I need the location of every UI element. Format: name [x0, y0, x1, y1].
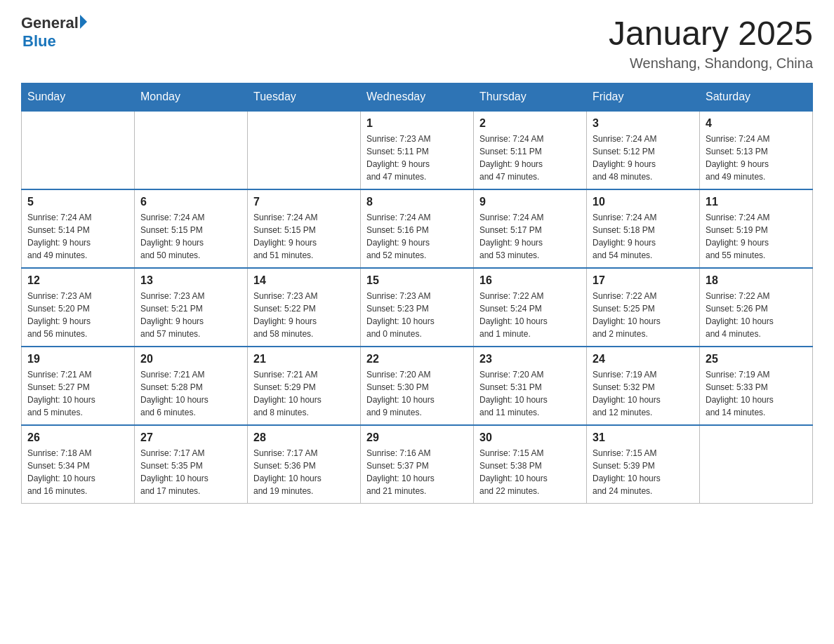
calendar-cell: 26Sunrise: 7:18 AMSunset: 5:34 PMDayligh…: [22, 425, 135, 504]
calendar-cell: 16Sunrise: 7:22 AMSunset: 5:24 PMDayligh…: [474, 268, 587, 347]
day-info: Sunrise: 7:21 AMSunset: 5:27 PMDaylight:…: [27, 368, 128, 419]
day-info: Sunrise: 7:24 AMSunset: 5:11 PMDaylight:…: [479, 133, 581, 183]
calendar-cell: 18Sunrise: 7:22 AMSunset: 5:26 PMDayligh…: [700, 268, 813, 347]
day-info: Sunrise: 7:17 AMSunset: 5:35 PMDaylight:…: [140, 447, 241, 497]
day-info: Sunrise: 7:23 AMSunset: 5:23 PMDaylight:…: [366, 290, 468, 340]
calendar-cell: 14Sunrise: 7:23 AMSunset: 5:22 PMDayligh…: [248, 268, 361, 347]
calendar-body: 1Sunrise: 7:23 AMSunset: 5:11 PMDaylight…: [22, 111, 813, 504]
day-number: 9: [479, 196, 581, 208]
day-info: Sunrise: 7:24 AMSunset: 5:14 PMDaylight:…: [27, 211, 128, 262]
day-number: 4: [706, 117, 807, 130]
logo: General Blue: [21, 14, 87, 51]
day-number: 12: [27, 274, 128, 287]
day-number: 16: [479, 274, 581, 287]
calendar-cell: 2Sunrise: 7:24 AMSunset: 5:11 PMDaylight…: [474, 111, 587, 189]
day-info: Sunrise: 7:15 AMSunset: 5:38 PMDaylight:…: [479, 447, 581, 497]
calendar-cell: 13Sunrise: 7:23 AMSunset: 5:21 PMDayligh…: [135, 268, 248, 347]
calendar-cell: 8Sunrise: 7:24 AMSunset: 5:16 PMDaylight…: [361, 189, 474, 268]
day-info: Sunrise: 7:18 AMSunset: 5:34 PMDaylight:…: [27, 447, 128, 497]
day-info: Sunrise: 7:21 AMSunset: 5:29 PMDaylight:…: [253, 368, 355, 419]
logo-text-general: General: [21, 14, 79, 32]
day-info: Sunrise: 7:20 AMSunset: 5:30 PMDaylight:…: [366, 368, 468, 419]
day-info: Sunrise: 7:24 AMSunset: 5:18 PMDaylight:…: [593, 211, 694, 262]
calendar-cell: 17Sunrise: 7:22 AMSunset: 5:25 PMDayligh…: [587, 268, 700, 347]
calendar-cell: 4Sunrise: 7:24 AMSunset: 5:13 PMDaylight…: [700, 111, 813, 189]
day-number: 22: [366, 353, 468, 365]
calendar-cell: 19Sunrise: 7:21 AMSunset: 5:27 PMDayligh…: [22, 347, 135, 425]
days-of-week-row: SundayMondayTuesdayWednesdayThursdayFrid…: [22, 83, 813, 112]
calendar-cell: 24Sunrise: 7:19 AMSunset: 5:32 PMDayligh…: [587, 347, 700, 425]
day-number: 29: [366, 431, 468, 444]
week-row-3: 12Sunrise: 7:23 AMSunset: 5:20 PMDayligh…: [22, 268, 813, 347]
calendar-cell: [135, 111, 248, 189]
day-info: Sunrise: 7:24 AMSunset: 5:19 PMDaylight:…: [706, 211, 807, 262]
calendar-cell: 3Sunrise: 7:24 AMSunset: 5:12 PMDaylight…: [587, 111, 700, 189]
day-number: 10: [593, 196, 694, 208]
day-number: 23: [479, 353, 581, 365]
calendar-cell: 27Sunrise: 7:17 AMSunset: 5:35 PMDayligh…: [135, 425, 248, 504]
day-number: 18: [706, 274, 807, 287]
calendar-cell: 28Sunrise: 7:17 AMSunset: 5:36 PMDayligh…: [248, 425, 361, 504]
day-info: Sunrise: 7:22 AMSunset: 5:25 PMDaylight:…: [593, 290, 694, 340]
calendar-cell: [248, 111, 361, 189]
week-row-5: 26Sunrise: 7:18 AMSunset: 5:34 PMDayligh…: [22, 425, 813, 504]
day-info: Sunrise: 7:23 AMSunset: 5:22 PMDaylight:…: [253, 290, 355, 340]
calendar-cell: 6Sunrise: 7:24 AMSunset: 5:15 PMDaylight…: [135, 189, 248, 268]
day-info: Sunrise: 7:24 AMSunset: 5:16 PMDaylight:…: [366, 211, 468, 262]
calendar-cell: 1Sunrise: 7:23 AMSunset: 5:11 PMDaylight…: [361, 111, 474, 189]
day-number: 13: [140, 274, 241, 287]
calendar-cell: [22, 111, 135, 189]
day-info: Sunrise: 7:16 AMSunset: 5:37 PMDaylight:…: [366, 447, 468, 497]
day-number: 3: [593, 117, 694, 130]
calendar-header: SundayMondayTuesdayWednesdayThursdayFrid…: [22, 83, 813, 112]
calendar-cell: 29Sunrise: 7:16 AMSunset: 5:37 PMDayligh…: [361, 425, 474, 504]
day-of-week-monday: Monday: [135, 83, 248, 112]
day-number: 8: [366, 196, 468, 208]
day-number: 26: [27, 431, 128, 444]
day-info: Sunrise: 7:15 AMSunset: 5:39 PMDaylight:…: [593, 447, 694, 497]
calendar-cell: 15Sunrise: 7:23 AMSunset: 5:23 PMDayligh…: [361, 268, 474, 347]
calendar-table: SundayMondayTuesdayWednesdayThursdayFrid…: [21, 83, 813, 504]
day-number: 20: [140, 353, 241, 365]
day-info: Sunrise: 7:19 AMSunset: 5:32 PMDaylight:…: [593, 368, 694, 419]
week-row-2: 5Sunrise: 7:24 AMSunset: 5:14 PMDaylight…: [22, 189, 813, 268]
calendar-cell: 9Sunrise: 7:24 AMSunset: 5:17 PMDaylight…: [474, 189, 587, 268]
calendar-cell: 11Sunrise: 7:24 AMSunset: 5:19 PMDayligh…: [700, 189, 813, 268]
day-of-week-saturday: Saturday: [700, 83, 813, 112]
day-info: Sunrise: 7:24 AMSunset: 5:13 PMDaylight:…: [706, 133, 807, 183]
page-header: General Blue January 2025 Wenshang, Shan…: [21, 14, 813, 72]
calendar-cell: 30Sunrise: 7:15 AMSunset: 5:38 PMDayligh…: [474, 425, 587, 504]
title-section: January 2025 Wenshang, Shandong, China: [609, 14, 813, 72]
calendar-cell: 21Sunrise: 7:21 AMSunset: 5:29 PMDayligh…: [248, 347, 361, 425]
day-number: 21: [253, 353, 355, 365]
day-info: Sunrise: 7:22 AMSunset: 5:26 PMDaylight:…: [706, 290, 807, 340]
calendar-cell: 31Sunrise: 7:15 AMSunset: 5:39 PMDayligh…: [587, 425, 700, 504]
day-info: Sunrise: 7:23 AMSunset: 5:11 PMDaylight:…: [366, 133, 468, 183]
calendar-cell: 5Sunrise: 7:24 AMSunset: 5:14 PMDaylight…: [22, 189, 135, 268]
calendar-cell: 25Sunrise: 7:19 AMSunset: 5:33 PMDayligh…: [700, 347, 813, 425]
logo-text-blue: Blue: [22, 32, 56, 51]
calendar-title: January 2025: [609, 14, 813, 53]
week-row-4: 19Sunrise: 7:21 AMSunset: 5:27 PMDayligh…: [22, 347, 813, 425]
day-number: 28: [253, 431, 355, 444]
day-info: Sunrise: 7:23 AMSunset: 5:20 PMDaylight:…: [27, 290, 128, 340]
day-info: Sunrise: 7:24 AMSunset: 5:15 PMDaylight:…: [253, 211, 355, 262]
calendar-subtitle: Wenshang, Shandong, China: [609, 55, 813, 72]
day-number: 2: [479, 117, 581, 130]
day-of-week-thursday: Thursday: [474, 83, 587, 112]
day-info: Sunrise: 7:24 AMSunset: 5:12 PMDaylight:…: [593, 133, 694, 183]
day-of-week-tuesday: Tuesday: [248, 83, 361, 112]
calendar-cell: [700, 425, 813, 504]
day-number: 24: [593, 353, 694, 365]
calendar-cell: 7Sunrise: 7:24 AMSunset: 5:15 PMDaylight…: [248, 189, 361, 268]
day-number: 15: [366, 274, 468, 287]
day-of-week-wednesday: Wednesday: [361, 83, 474, 112]
day-number: 6: [140, 196, 241, 208]
calendar-cell: 23Sunrise: 7:20 AMSunset: 5:31 PMDayligh…: [474, 347, 587, 425]
day-number: 5: [27, 196, 128, 208]
calendar-cell: 20Sunrise: 7:21 AMSunset: 5:28 PMDayligh…: [135, 347, 248, 425]
day-number: 17: [593, 274, 694, 287]
day-number: 30: [479, 431, 581, 444]
day-info: Sunrise: 7:22 AMSunset: 5:24 PMDaylight:…: [479, 290, 581, 340]
day-info: Sunrise: 7:24 AMSunset: 5:17 PMDaylight:…: [479, 211, 581, 262]
